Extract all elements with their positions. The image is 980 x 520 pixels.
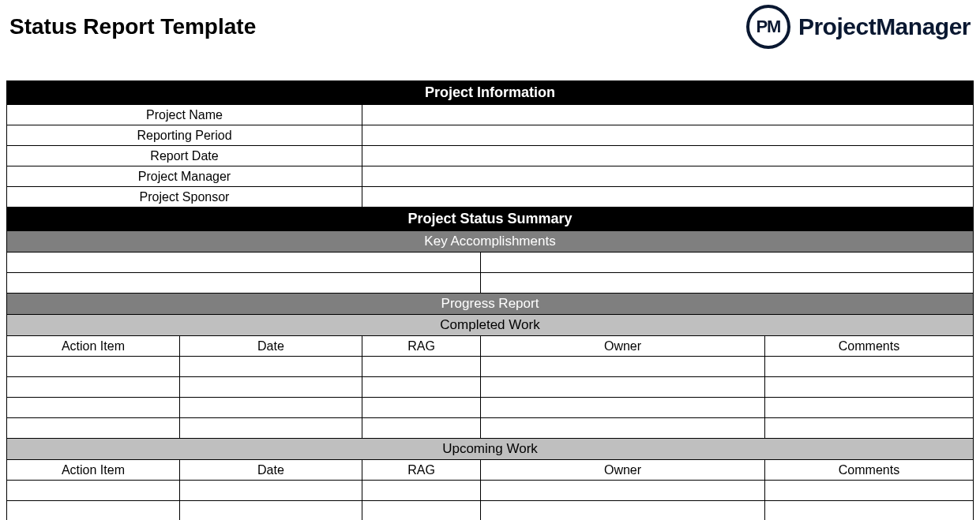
cell-date[interactable] xyxy=(179,398,362,418)
cell-comments[interactable] xyxy=(765,377,974,398)
cell-comments[interactable] xyxy=(765,418,974,439)
cell-action[interactable] xyxy=(7,418,180,439)
cell-action[interactable] xyxy=(7,357,180,377)
cell-action[interactable] xyxy=(7,481,180,501)
info-label: Report Date xyxy=(7,146,362,166)
accomplishment-cell[interactable] xyxy=(7,273,481,294)
info-row: Project Sponsor xyxy=(7,187,974,208)
info-value-project-name[interactable] xyxy=(362,105,974,125)
column-header-row: Action Item Date RAG Owner Comments xyxy=(7,460,974,481)
cell-rag[interactable] xyxy=(362,377,481,398)
col-owner: Owner xyxy=(481,460,765,481)
brand: PM ProjectManager xyxy=(746,5,971,49)
col-date: Date xyxy=(179,336,362,357)
cell-rag[interactable] xyxy=(362,481,481,501)
accomplishment-cell[interactable] xyxy=(7,253,481,273)
page-header: Status Report Template PM ProjectManager xyxy=(6,5,974,49)
cell-owner[interactable] xyxy=(481,377,765,398)
info-label: Project Manager xyxy=(7,166,362,187)
col-comments: Comments xyxy=(765,336,974,357)
table-row xyxy=(7,377,974,398)
cell-date[interactable] xyxy=(179,418,362,439)
info-row: Project Manager xyxy=(7,166,974,187)
table-row xyxy=(7,501,974,521)
subheader-progress-report: Progress Report xyxy=(7,294,974,315)
accomplishment-cell[interactable] xyxy=(481,253,974,273)
info-label: Project Sponsor xyxy=(7,187,362,208)
cell-date[interactable] xyxy=(179,377,362,398)
col-action-item: Action Item xyxy=(7,336,180,357)
cell-date[interactable] xyxy=(179,481,362,501)
cell-action[interactable] xyxy=(7,377,180,398)
col-date: Date xyxy=(179,460,362,481)
status-report-table: Project Information Project Name Reporti… xyxy=(6,80,974,520)
cell-comments[interactable] xyxy=(765,481,974,501)
cell-owner[interactable] xyxy=(481,481,765,501)
info-value-project-manager[interactable] xyxy=(362,166,974,187)
section-header-status-summary: Project Status Summary xyxy=(7,208,974,231)
info-row: Reporting Period xyxy=(7,125,974,146)
cell-owner[interactable] xyxy=(481,418,765,439)
accomplishment-cell[interactable] xyxy=(481,273,974,294)
cell-date[interactable] xyxy=(179,357,362,377)
col-rag: RAG xyxy=(362,336,481,357)
accomplishment-row xyxy=(7,273,974,294)
col-action-item: Action Item xyxy=(7,460,180,481)
info-row: Project Name xyxy=(7,105,974,125)
cell-rag[interactable] xyxy=(362,398,481,418)
table-row xyxy=(7,418,974,439)
page-title: Status Report Template xyxy=(9,14,256,39)
cell-action[interactable] xyxy=(7,398,180,418)
column-header-row: Action Item Date RAG Owner Comments xyxy=(7,336,974,357)
subheader-completed-work: Completed Work xyxy=(7,315,974,336)
cell-owner[interactable] xyxy=(481,501,765,521)
cell-comments[interactable] xyxy=(765,398,974,418)
col-rag: RAG xyxy=(362,460,481,481)
table-row xyxy=(7,357,974,377)
table-row xyxy=(7,481,974,501)
cell-date[interactable] xyxy=(179,501,362,521)
cell-rag[interactable] xyxy=(362,357,481,377)
cell-owner[interactable] xyxy=(481,357,765,377)
cell-comments[interactable] xyxy=(765,357,974,377)
col-comments: Comments xyxy=(765,460,974,481)
cell-action[interactable] xyxy=(7,501,180,521)
subheader-upcoming-work: Upcoming Work xyxy=(7,439,974,460)
section-header-project-info: Project Information xyxy=(7,81,974,105)
col-owner: Owner xyxy=(481,336,765,357)
cell-rag[interactable] xyxy=(362,418,481,439)
cell-owner[interactable] xyxy=(481,398,765,418)
subheader-key-accomplishments: Key Accomplishments xyxy=(7,231,974,253)
accomplishment-row xyxy=(7,253,974,273)
info-value-project-sponsor[interactable] xyxy=(362,187,974,208)
info-value-reporting-period[interactable] xyxy=(362,125,974,146)
table-row xyxy=(7,398,974,418)
info-label: Reporting Period xyxy=(7,125,362,146)
info-label: Project Name xyxy=(7,105,362,125)
brand-logo-icon: PM xyxy=(746,5,790,49)
cell-rag[interactable] xyxy=(362,501,481,521)
info-value-report-date[interactable] xyxy=(362,146,974,166)
cell-comments[interactable] xyxy=(765,501,974,521)
brand-name: ProjectManager xyxy=(798,13,971,40)
info-row: Report Date xyxy=(7,146,974,166)
